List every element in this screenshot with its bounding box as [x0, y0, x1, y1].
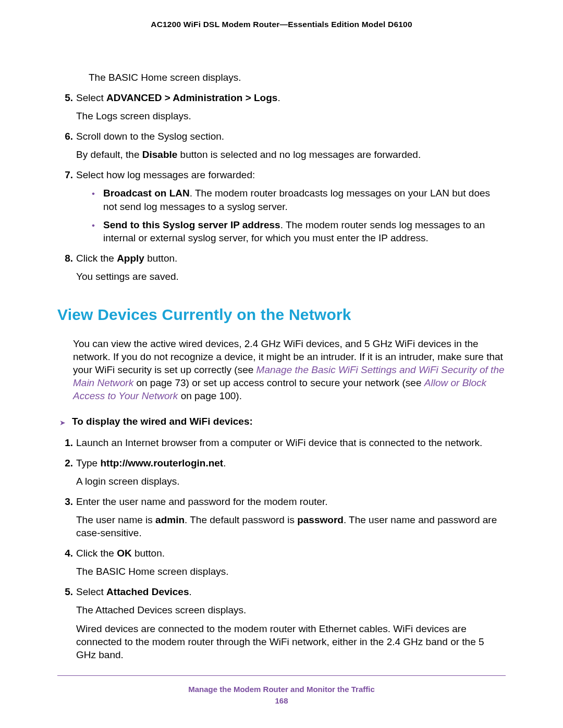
- procedure-heading-text: To display the wired and WiFi devices:: [72, 416, 506, 427]
- list-number: 8.: [57, 252, 73, 283]
- bullet-marker-icon: •: [92, 218, 103, 244]
- sub-paragraph: The BASIC Home screen displays.: [76, 565, 506, 578]
- inline-bold: Apply: [117, 253, 144, 264]
- list-text: button.: [132, 548, 165, 559]
- list-number: 6.: [57, 130, 73, 161]
- footer-page-number: 168: [0, 696, 563, 705]
- doc-title: AC1200 WiFi DSL Modem Router—Essentials …: [57, 20, 506, 29]
- list-text: Select: [76, 92, 106, 103]
- intro-text: on page 73) or set up access control to …: [133, 377, 424, 388]
- list-item: 3. Enter the user name and password for …: [57, 495, 506, 539]
- list-text: button.: [144, 253, 177, 264]
- list-text: Select: [76, 586, 106, 597]
- list-text: The user name is: [76, 514, 155, 525]
- sub-paragraph: The user name is admin. The default pass…: [76, 513, 506, 539]
- footer-divider: [57, 675, 506, 676]
- bullet-item: • Send to this Syslog server IP address.…: [92, 218, 506, 244]
- document-page: AC1200 WiFi DSL Modem Router—Essentials …: [0, 0, 563, 728]
- list-text: . The default password is: [185, 514, 297, 525]
- inline-bold: admin: [155, 514, 185, 525]
- list-item: 7. Select how log messages are forwarded…: [57, 168, 506, 244]
- list-number: 7.: [57, 168, 73, 244]
- bullet-marker-icon: •: [92, 187, 103, 213]
- sub-paragraph: You settings are saved.: [76, 270, 506, 283]
- list-number: 1.: [57, 436, 73, 449]
- list-item: 4. Click the OK button. The BASIC Home s…: [57, 547, 506, 578]
- list-text: Select how log messages are forwarded:: [76, 169, 255, 180]
- list-text: Launch an Internet browser from a comput…: [76, 437, 482, 448]
- intro-text: on page 100).: [178, 390, 242, 401]
- list-item: 5. Select ADVANCED > Administration > Lo…: [57, 91, 506, 122]
- list-text: .: [277, 92, 280, 103]
- intro-paragraph: You can view the active wired devices, 2…: [73, 337, 506, 402]
- inline-bold: Attached Devices: [106, 586, 189, 597]
- list-text: Scroll down to the Syslog section.: [76, 131, 224, 142]
- section-heading: View Devices Currently on the Network: [57, 306, 506, 324]
- list-text: Enter the user name and password for the…: [76, 496, 328, 507]
- inline-bold: OK: [117, 548, 132, 559]
- inline-bold: Broadcast on LAN: [103, 188, 190, 199]
- sub-paragraph: A login screen displays.: [76, 475, 506, 488]
- continuation-line: The BASIC Home screen displays.: [89, 71, 506, 84]
- inline-bold: ADVANCED > Administration > Logs: [106, 92, 277, 103]
- sub-paragraph: Wired devices are connected to the modem…: [76, 622, 506, 661]
- list-item: 8. Click the Apply button. You settings …: [57, 252, 506, 283]
- footer-chapter-title: Manage the Modem Router and Monitor the …: [0, 685, 563, 694]
- list-text: Click the: [76, 253, 117, 264]
- list-text: .: [189, 586, 192, 597]
- list-number: 4.: [57, 547, 73, 578]
- inline-bold: Send to this Syslog server IP address: [103, 219, 280, 230]
- list-text: button is selected and no log messages a…: [177, 149, 421, 160]
- inline-bold: http://www.routerlogin.net: [100, 458, 223, 468]
- sub-paragraph: The Attached Devices screen displays.: [76, 603, 506, 616]
- procedure-heading: ➤ To display the wired and WiFi devices:: [59, 416, 506, 428]
- list-number: 2.: [57, 456, 73, 488]
- sub-paragraph: By default, the Disable button is select…: [76, 148, 506, 161]
- list-number: 5.: [57, 91, 73, 122]
- list-text: Click the: [76, 548, 117, 559]
- triangle-right-icon: ➤: [59, 416, 72, 428]
- list-text: Type: [76, 458, 100, 468]
- list-item: 2. Type http://www.routerlogin.net. A lo…: [57, 456, 506, 488]
- inline-bold: password: [297, 514, 344, 525]
- list-item: 5. Select Attached Devices. The Attached…: [57, 585, 506, 661]
- inline-bold: Disable: [142, 149, 178, 160]
- list-item: 1. Launch an Internet browser from a com…: [57, 436, 506, 449]
- list-number: 5.: [57, 585, 73, 661]
- list-item: 6. Scroll down to the Syslog section. By…: [57, 130, 506, 161]
- list-number: 3.: [57, 495, 73, 539]
- sub-paragraph: The Logs screen displays.: [76, 109, 506, 122]
- bullet-item: • Broadcast on LAN. The modem router bro…: [92, 187, 506, 213]
- list-text: .: [223, 458, 226, 468]
- list-text: By default, the: [76, 149, 142, 160]
